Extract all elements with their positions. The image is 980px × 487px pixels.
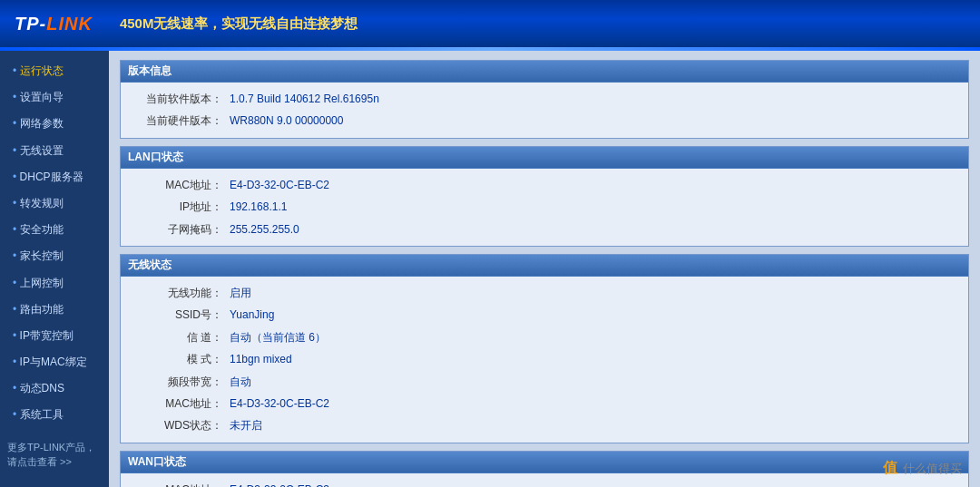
lan-mac-row: MAC地址： E4-D3-32-0C-EB-C2	[130, 174, 959, 196]
sidebar-item-parental[interactable]: 家长控制	[0, 243, 109, 269]
sidebar-more[interactable]: 更多TP-LINK产品，请点击查看 >>	[0, 429, 109, 473]
main-content: 版本信息 当前软件版本： 1.0.7 Build 140612 Rel.6169…	[109, 51, 980, 487]
wan-mac-value: E4-D3-32-0C-EB-C3	[230, 481, 959, 487]
sidebar-item-wireless[interactable]: 无线设置	[0, 138, 109, 164]
wan-mac-label: MAC地址：	[130, 481, 230, 487]
wifi-wds-value: 未开启	[230, 416, 959, 434]
wifi-wds-label: WDS状态：	[130, 416, 230, 434]
wifi-mode-label: 模 式：	[130, 350, 230, 368]
version-title: 版本信息	[121, 61, 968, 83]
wan-body: MAC地址： E4-D3-32-0C-EB-C3 IP地址： 112.83.22…	[121, 473, 968, 487]
wifi-ssid-label: SSID号：	[130, 306, 230, 324]
hardware-label: 当前硬件版本：	[130, 112, 230, 130]
hardware-row: 当前硬件版本： WR880N 9.0 00000000	[130, 110, 959, 131]
sidebar-item-ipmac[interactable]: IP与MAC绑定	[0, 349, 109, 375]
software-label: 当前软件版本：	[130, 90, 230, 108]
watermark-text: 什么值得买	[903, 461, 962, 477]
layout: 运行状态 设置向导 网络参数 无线设置 DHCP服务器 转发规则 安全功能 家长…	[0, 51, 980, 487]
lan-section: LAN口状态 MAC地址： E4-D3-32-0C-EB-C2 IP地址： 19…	[120, 146, 969, 247]
wifi-ssid-value: YuanJing	[230, 306, 959, 324]
lan-title: LAN口状态	[121, 147, 968, 169]
sidebar-item-status[interactable]: 运行状态	[0, 58, 109, 84]
lan-subnet-value: 255.255.255.0	[230, 220, 959, 239]
header: TP-LINK 450M无线速率，实现无线自由连接梦想	[0, 0, 980, 47]
wifi-channel-label: 信 道：	[130, 328, 230, 346]
sidebar-item-ddns[interactable]: 动态DNS	[0, 375, 109, 402]
logo: TP-LINK	[15, 14, 93, 34]
wifi-mac-row: MAC地址： E4-D3-32-0C-EB-C2	[130, 393, 959, 414]
wan-title: WAN口状态	[121, 452, 968, 473]
sidebar-item-access[interactable]: 上网控制	[0, 270, 109, 297]
wan-mac-row: MAC地址： E4-D3-32-0C-EB-C3	[130, 479, 959, 487]
wifi-mac-label: MAC地址：	[130, 394, 230, 413]
sidebar: 运行状态 设置向导 网络参数 无线设置 DHCP服务器 转发规则 安全功能 家长…	[0, 51, 109, 487]
watermark: 值 什么值得买	[883, 459, 962, 478]
wifi-channel-value: 自动（当前信道 6）	[230, 328, 959, 346]
software-row: 当前软件版本： 1.0.7 Build 140612 Rel.61695n	[130, 88, 959, 110]
sidebar-item-forward[interactable]: 转发规则	[0, 190, 109, 217]
lan-ip-label: IP地址：	[130, 198, 230, 216]
watermark-icon: 值	[883, 459, 897, 478]
wifi-func-value: 启用	[230, 284, 959, 302]
sidebar-item-dhcp[interactable]: DHCP服务器	[0, 164, 109, 190]
wifi-wds-row: WDS状态： 未开启	[130, 414, 959, 436]
sidebar-item-network[interactable]: 网络参数	[0, 111, 109, 137]
version-section: 版本信息 当前软件版本： 1.0.7 Build 140612 Rel.6169…	[120, 60, 969, 139]
lan-mac-value: E4-D3-32-0C-EB-C2	[230, 176, 959, 194]
wifi-freq-value: 自动	[230, 373, 959, 391]
header-tagline: 450M无线速率，实现无线自由连接梦想	[120, 15, 358, 33]
logo-tp: TP-	[15, 14, 46, 34]
wifi-mac-value: E4-D3-32-0C-EB-C2	[230, 394, 959, 413]
software-value: 1.0.7 Build 140612 Rel.61695n	[230, 90, 959, 108]
sidebar-item-security[interactable]: 安全功能	[0, 217, 109, 243]
sidebar-item-tools[interactable]: 系统工具	[0, 402, 109, 428]
sidebar-item-wizard[interactable]: 设置向导	[0, 84, 109, 111]
wifi-func-row: 无线功能： 启用	[130, 282, 959, 304]
hardware-value: WR880N 9.0 00000000	[230, 112, 959, 130]
wireless-body: 无线功能： 启用 SSID号： YuanJing 信 道： 自动（当前信道 6）…	[121, 277, 968, 443]
wireless-title: 无线状态	[121, 255, 968, 277]
wifi-channel-row: 信 道： 自动（当前信道 6）	[130, 326, 959, 348]
wifi-mode-value: 11bgn mixed	[230, 350, 959, 368]
wifi-freq-row: 频段带宽： 自动	[130, 371, 959, 393]
wifi-freq-label: 频段带宽：	[130, 373, 230, 391]
version-body: 当前软件版本： 1.0.7 Build 140612 Rel.61695n 当前…	[121, 83, 968, 138]
sidebar-item-routing[interactable]: 路由功能	[0, 297, 109, 323]
lan-ip-value: 192.168.1.1	[230, 198, 959, 216]
wan-section: WAN口状态 MAC地址： E4-D3-32-0C-EB-C3 IP地址： 11…	[120, 451, 969, 487]
wifi-ssid-row: SSID号： YuanJing	[130, 304, 959, 326]
lan-mac-label: MAC地址：	[130, 176, 230, 194]
lan-subnet-label: 子网掩码：	[130, 220, 230, 239]
wifi-func-label: 无线功能：	[130, 284, 230, 302]
wifi-mode-row: 模 式： 11bgn mixed	[130, 348, 959, 370]
logo-link: LINK	[46, 14, 93, 34]
sidebar-item-bandwidth[interactable]: IP带宽控制	[0, 323, 109, 349]
wireless-section: 无线状态 无线功能： 启用 SSID号： YuanJing 信 道： 自动（当前…	[120, 254, 969, 443]
lan-ip-row: IP地址： 192.168.1.1	[130, 196, 959, 218]
lan-body: MAC地址： E4-D3-32-0C-EB-C2 IP地址： 192.168.1…	[121, 169, 968, 246]
lan-subnet-row: 子网掩码： 255.255.255.0	[130, 219, 959, 240]
